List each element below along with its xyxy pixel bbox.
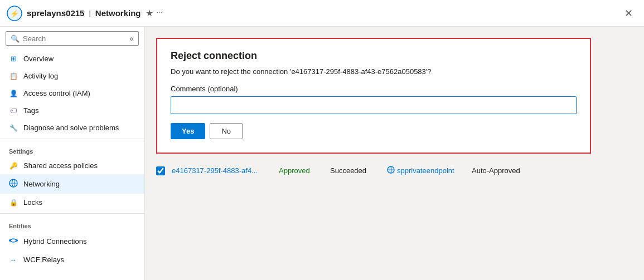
- main-layout: 🔍 « ⊞ Overview 📋 Activity log 👤 Access c…: [0, 27, 644, 280]
- sidebar-item-label: Activity log: [23, 72, 58, 80]
- wcf-relays-icon: ↔: [9, 256, 18, 264]
- sidebar-item-access-control[interactable]: 👤 Access control (IAM): [0, 85, 144, 102]
- comments-label: Comments (optional): [171, 85, 577, 93]
- sidebar-search-container: 🔍 «: [6, 31, 139, 46]
- row-provision: Succeeded: [330, 166, 380, 175]
- reject-connection-dialog: Reject connection Do you want to reject …: [156, 38, 591, 154]
- table-area: e4167317-295f-4883-af4... Approved Succe…: [156, 163, 633, 179]
- sidebar-divider-1: [0, 139, 144, 139]
- shared-access-icon: 🔑: [9, 162, 18, 170]
- overview-icon: ⊞: [9, 55, 18, 63]
- sidebar-item-overview[interactable]: ⊞ Overview: [0, 50, 144, 67]
- search-input[interactable]: [23, 35, 129, 43]
- close-button[interactable]: ✕: [620, 5, 637, 22]
- row-checkbox[interactable]: [156, 166, 165, 175]
- row-name[interactable]: e4167317-295f-4883-af4...: [172, 166, 272, 175]
- no-button[interactable]: No: [210, 123, 243, 139]
- sidebar-item-label: Shared access policies: [23, 161, 98, 170]
- resource-name: sprelayns0215: [27, 8, 84, 18]
- sidebar-item-label: Hybrid Connections: [23, 237, 86, 245]
- title-divider: |: [89, 9, 90, 17]
- row-endpoint[interactable]: spprivateendpoint: [387, 166, 465, 175]
- row-auto-approved: Auto-Approved: [472, 166, 527, 175]
- sidebar-item-diagnose[interactable]: 🔧 Diagnose and solve problems: [0, 119, 144, 136]
- sidebar-item-label: Access control (IAM): [23, 89, 90, 97]
- svg-text:⚡: ⚡: [10, 9, 20, 18]
- sidebar-item-activity-log[interactable]: 📋 Activity log: [0, 67, 144, 85]
- sidebar-item-hybrid-connections[interactable]: Hybrid Connections: [0, 232, 144, 251]
- yes-button[interactable]: Yes: [171, 123, 205, 139]
- dialog-question: Do you want to reject the connection 'e4…: [171, 67, 577, 76]
- sidebar-divider-2: [0, 213, 144, 214]
- svg-point-4: [9, 239, 11, 242]
- favorite-icon[interactable]: ★: [146, 8, 153, 18]
- sidebar-item-shared-access[interactable]: 🔑 Shared access policies: [0, 157, 144, 174]
- sidebar: 🔍 « ⊞ Overview 📋 Activity log 👤 Access c…: [0, 27, 145, 280]
- settings-section-label: Settings: [0, 141, 144, 157]
- hybrid-connections-icon: [9, 236, 18, 247]
- activity-log-icon: 📋: [9, 72, 18, 80]
- sidebar-item-label: Locks: [23, 198, 42, 207]
- sidebar-item-label: Networking: [23, 180, 60, 188]
- more-icon[interactable]: ···: [157, 8, 163, 18]
- access-control-icon: 👤: [9, 90, 18, 97]
- collapse-button[interactable]: «: [129, 34, 134, 43]
- locks-icon: 🔒: [9, 199, 18, 207]
- sidebar-item-locks[interactable]: 🔒 Locks: [0, 194, 144, 211]
- diagnose-icon: 🔧: [9, 124, 18, 132]
- endpoint-name: spprivateendpoint: [397, 166, 454, 175]
- svg-point-5: [16, 239, 18, 242]
- table-row: e4167317-295f-4883-af4... Approved Succe…: [156, 163, 633, 179]
- content-area: Reject connection Do you want to reject …: [145, 27, 644, 280]
- sidebar-item-networking[interactable]: Networking: [0, 174, 144, 194]
- sidebar-item-label: WCF Relays: [23, 256, 64, 264]
- endpoint-icon: [387, 166, 395, 175]
- dialog-buttons: Yes No: [171, 123, 577, 139]
- sidebar-item-label: Tags: [23, 106, 38, 115]
- comments-input[interactable]: [171, 96, 577, 114]
- networking-icon: [9, 179, 18, 189]
- dialog-title: Reject connection: [171, 50, 577, 62]
- title-bar: ⚡ sprelayns0215 | Networking ★ ··· ✕: [0, 0, 644, 27]
- search-icon: 🔍: [11, 35, 20, 43]
- tags-icon: 🏷: [9, 107, 18, 115]
- title-actions: ★ ···: [146, 8, 163, 18]
- sidebar-item-label: Diagnose and solve problems: [23, 124, 119, 132]
- sidebar-item-label: Overview: [23, 55, 54, 63]
- sidebar-item-tags[interactable]: 🏷 Tags: [0, 102, 144, 119]
- resource-icon: ⚡: [7, 6, 22, 21]
- page-name: Networking: [95, 8, 141, 18]
- sidebar-item-wcf-relays[interactable]: ↔ WCF Relays: [0, 251, 144, 268]
- row-status: Approved: [279, 166, 323, 175]
- entities-section-label: Entities: [0, 216, 144, 232]
